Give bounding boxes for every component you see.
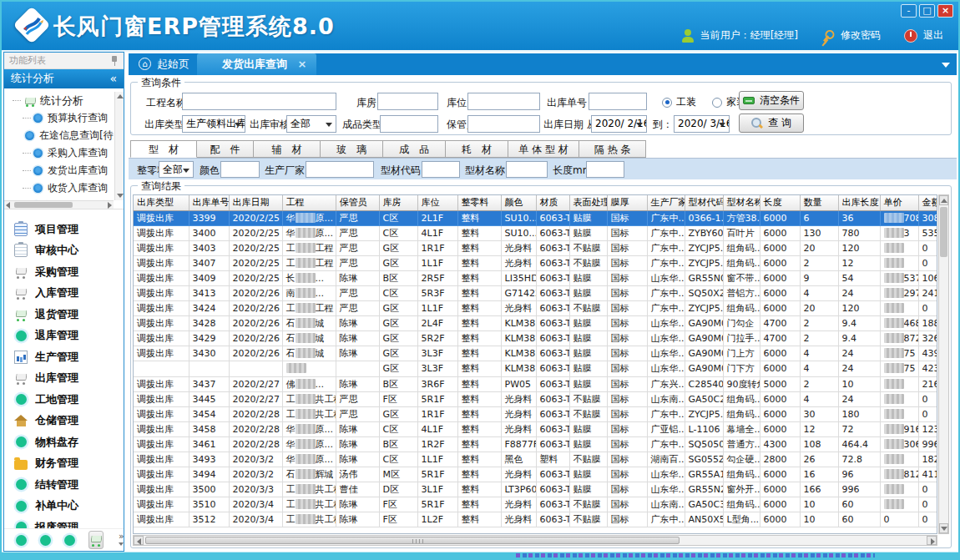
table-row-2[interactable]: 调拨出库34032020/2/25工工程严思G区1R1F整料光身料6063-T5… <box>134 240 937 255</box>
table-row-16[interactable]: 调拨出库34932020/3/2华原...陈琳C区1L1F整料黑色塑料不贴膜国标… <box>134 452 937 467</box>
material-tab-1[interactable]: 配 件 <box>197 140 254 158</box>
column-header-5[interactable]: 库房 <box>379 195 417 210</box>
table-row-10[interactable]: G区3L3F整料KLM38176063-T5贴膜国标山东华...GA90M09.… <box>134 361 937 376</box>
sidebar-item-0[interactable]: 项目管理 <box>4 219 124 240</box>
tab-list-dropdown-icon[interactable] <box>942 63 950 68</box>
table-row-15[interactable]: 调拨出库34612020/2/28华原...陈琳B区1R2F整料F8877FT6… <box>134 436 937 452</box>
whole-select[interactable]: 全部 <box>159 161 194 178</box>
material-tab-2[interactable]: 辅 材 <box>254 140 321 158</box>
scroll-right-icon[interactable] <box>108 202 112 209</box>
column-header-19[interactable]: 金额 <box>918 195 937 210</box>
pin-icon[interactable] <box>110 56 119 66</box>
project-name-input[interactable] <box>182 93 336 110</box>
table-row-7[interactable]: 调拨出库34282020/2/26石城陈琳G区2L4F整料KLM38176063… <box>134 316 937 331</box>
column-header-8[interactable]: 颜色 <box>501 195 536 210</box>
table-row-14[interactable]: 调拨出库34582020/2/28华原...陈琳C区4L1F整料光身料6063-… <box>134 421 937 436</box>
table-row-0[interactable]: 调拨出库33992020/2/25华原...严思C区2L1F整料SU10...6… <box>134 210 937 225</box>
radio-gongzhuang[interactable]: 工装 <box>662 95 696 109</box>
sidebar-item-13[interactable]: 补单中心 <box>4 496 124 517</box>
sidebar-item-7[interactable]: 出库管理 <box>4 368 124 390</box>
tree-horizontal-scrollbar[interactable] <box>4 200 114 209</box>
sidebar-item-3[interactable]: 入库管理 <box>4 283 124 305</box>
material-tab-4[interactable]: 成 品 <box>383 140 446 158</box>
column-header-12[interactable]: 生产厂家 <box>647 195 685 210</box>
tree-item-4[interactable]: 收货入库查询 <box>4 179 114 197</box>
change-password-link[interactable]: 修改密码 <box>841 28 881 43</box>
table-row-5[interactable]: 调拨出库34132020/2/26南...严思C区5R3F整料G71422606… <box>134 285 937 300</box>
scroll-up-button[interactable] <box>939 195 948 205</box>
tab-home[interactable]: ⌂ 起始页 <box>132 53 200 75</box>
material-tab-7[interactable]: 隔 热 条 <box>579 140 646 158</box>
table-row-9[interactable]: 调拨出库34302020/2/26石城陈琳G区3L3F整料KLM38176063… <box>134 346 937 361</box>
sidebar-item-12[interactable]: 结转管理 <box>4 474 124 496</box>
table-row-12[interactable]: 调拨出库34452020/2/27工共工程严思F区5R1F整料光身料6063-T… <box>134 391 937 406</box>
sidebar-item-4[interactable]: 退货管理 <box>4 304 124 325</box>
column-header-18[interactable]: 单价 <box>880 195 918 210</box>
radio-selected-icon[interactable] <box>662 98 672 108</box>
search-button[interactable]: 查 询 <box>739 114 804 133</box>
cart-button[interactable] <box>88 531 104 549</box>
sidebar-item-11[interactable]: 财务管理 <box>4 453 124 475</box>
table-row-1[interactable]: 调拨出库34002020/2/25华原...严思C区4L1F整料SU10...6… <box>134 225 937 240</box>
tree-item-3[interactable]: 发货出库查询 <box>4 162 114 179</box>
keeper-input[interactable] <box>467 115 540 133</box>
column-header-9[interactable]: 材质 <box>536 195 569 210</box>
material-tab-3[interactable]: 玻 璃 <box>321 140 383 158</box>
warehouse-input[interactable] <box>377 93 438 110</box>
table-row-19[interactable]: 调拨出库35102020/3/4工共工程陈琳F区5R1F整料光身料6063-T5… <box>134 497 937 512</box>
column-header-13[interactable]: 型材代码 <box>685 195 723 210</box>
table-row-6[interactable]: 调拨出库34242020/2/26工工程严思G区1L1F整料光身料6063-T5… <box>134 301 937 316</box>
column-header-16[interactable]: 数量 <box>800 195 838 210</box>
sidebar-item-9[interactable]: 仓储管理 <box>4 411 124 432</box>
out-type-select[interactable]: 生产领料出库 <box>182 115 245 133</box>
clear-conditions-button[interactable]: 清空条件 <box>739 91 804 110</box>
table-row-18[interactable]: 调拨出库35002020/3/3工共工程曹佳D区3L1F整料LT3P606063… <box>134 482 937 497</box>
sidebar-section-header[interactable]: 统计分析 « <box>4 69 124 88</box>
tab-close-icon[interactable]: × <box>298 58 307 70</box>
scroll-left-button[interactable] <box>134 536 144 545</box>
logout-link[interactable]: 退出 <box>923 28 943 43</box>
scrollbar-thumb[interactable] <box>145 537 680 544</box>
sidebar-item-6[interactable]: 生产管理 <box>4 346 124 368</box>
overflow-chevron[interactable]: » <box>119 533 124 547</box>
location-input[interactable] <box>467 93 540 110</box>
grid-vertical-scrollbar[interactable] <box>938 194 949 534</box>
sidebar-item-2[interactable]: 采购管理 <box>4 261 124 283</box>
code-input[interactable] <box>422 161 460 178</box>
audit-select[interactable]: 全部 <box>286 115 336 133</box>
scrollbar-thumb[interactable] <box>940 207 947 257</box>
dot-icon[interactable] <box>40 535 51 546</box>
table-row-17[interactable]: 调拨出库34942020/3/2石辉城汤伟M区5R1F整料光身料6063-T5贴… <box>134 467 937 482</box>
table-row-3[interactable]: 调拨出库34072020/2/25工工程严思G区1L1F整料光身料6063-T5… <box>134 255 937 270</box>
column-header-11[interactable]: 膜厚 <box>607 195 647 210</box>
tab-shipment-outbound-query[interactable]: 发货出库查询 × <box>197 53 316 75</box>
column-header-17[interactable]: 出库长度 <box>838 195 880 210</box>
column-header-0[interactable]: 出库类型 <box>134 195 189 210</box>
close-button[interactable]: × <box>937 4 953 18</box>
tree-vertical-scrollbar[interactable] <box>114 92 124 200</box>
dot-icon[interactable] <box>64 535 75 546</box>
product-type-input[interactable] <box>380 115 438 133</box>
order-no-input[interactable] <box>589 93 647 110</box>
material-tab-5[interactable]: 耗 材 <box>446 140 508 158</box>
dot-icon[interactable] <box>16 535 27 546</box>
scroll-up-icon[interactable] <box>117 94 124 98</box>
scroll-down-icon[interactable] <box>117 194 124 198</box>
table-row-11[interactable]: 调拨出库34372020/2/27佛...陈琳B区3R6F整料PW056063-… <box>134 376 937 391</box>
tree-item-0[interactable]: 预算执行查询 <box>4 109 114 127</box>
manufacturer-input[interactable] <box>306 161 374 178</box>
tree-item-1[interactable]: 在途信息查询[待定] <box>4 127 114 144</box>
minimize-button[interactable]: - <box>901 4 917 18</box>
radio-icon[interactable] <box>712 98 722 108</box>
collapse-icon[interactable]: « <box>109 69 117 88</box>
scroll-down-button[interactable] <box>939 523 948 533</box>
sidebar-item-14[interactable]: 报废管理 <box>4 517 124 528</box>
scroll-right-button[interactable] <box>927 536 937 545</box>
column-header-2[interactable]: 出库日期 <box>229 195 282 210</box>
sidebar-item-1[interactable]: 审核中心 <box>4 240 124 262</box>
scroll-left-icon[interactable] <box>6 202 10 209</box>
name-input[interactable] <box>506 161 548 178</box>
table-row-13[interactable]: 调拨出库34542020/2/28工共工程严思G区1R1F整料光身料6063-T… <box>134 406 937 421</box>
maximize-button[interactable]: □ <box>919 4 935 18</box>
column-header-4[interactable]: 保管员 <box>336 195 379 210</box>
